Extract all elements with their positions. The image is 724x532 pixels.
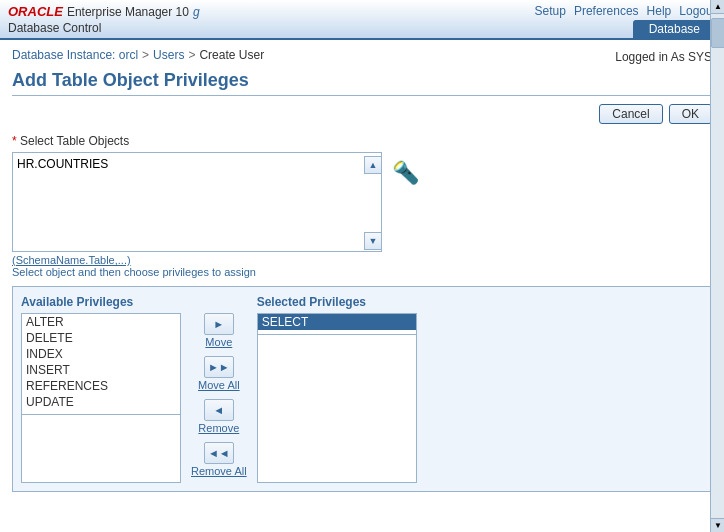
em-label: Enterprise Manager 10: [67, 5, 189, 19]
required-marker: *: [12, 134, 20, 148]
oracle-logo: ORACLE Enterprise Manager 10g: [8, 4, 200, 19]
breadcrumb-users[interactable]: Users: [153, 48, 184, 62]
remove-all-group: ◄◄ Remove All: [191, 442, 247, 477]
content-area: Database Instance: orcl > Users > Create…: [0, 40, 724, 500]
privileges-section: Available Privileges ALTER DELETE INDEX …: [12, 286, 712, 492]
priv-item-delete[interactable]: DELETE: [22, 330, 180, 346]
move-button[interactable]: ►: [204, 313, 234, 335]
remove-button[interactable]: ◄: [204, 399, 234, 421]
em-version: g: [193, 5, 200, 19]
select-label-text: Select Table Objects: [20, 134, 129, 148]
preferences-link[interactable]: Preferences: [574, 4, 639, 18]
move-all-group: ►► Move All: [198, 356, 240, 391]
help-link[interactable]: Help: [647, 4, 672, 18]
header: ORACLE Enterprise Manager 10g Database C…: [0, 0, 724, 40]
breadcrumb-sep2: >: [188, 48, 195, 62]
assign-hint: Select object and then choose privileges…: [12, 266, 712, 278]
available-privileges-panel: Available Privileges ALTER DELETE INDEX …: [21, 295, 181, 483]
remove-all-label[interactable]: Remove All: [191, 465, 247, 477]
selected-privileges-label: Selected Privileges: [257, 295, 417, 309]
ok-button[interactable]: OK: [669, 104, 712, 124]
priv-item-index[interactable]: INDEX: [22, 346, 180, 362]
cancel-button[interactable]: Cancel: [599, 104, 662, 124]
move-label[interactable]: Move: [205, 336, 232, 348]
breadcrumb: Database Instance: orcl > Users > Create…: [12, 48, 264, 62]
scrollbar[interactable]: ▲ ▼: [710, 0, 724, 532]
table-objects-container: ▲ ▼ 🔦: [12, 152, 712, 252]
scrollbar-down-arrow[interactable]: ▼: [711, 518, 724, 532]
remove-all-button[interactable]: ◄◄: [204, 442, 234, 464]
scroll-buttons: ▲ ▼: [364, 156, 382, 250]
selected-privileges-list[interactable]: SELECT: [257, 313, 417, 483]
move-all-label[interactable]: Move All: [198, 379, 240, 391]
scrollbar-thumb[interactable]: [711, 18, 724, 48]
db-control-label: Database Control: [8, 21, 200, 35]
breadcrumb-current: Create User: [199, 48, 264, 62]
priv-item-update[interactable]: UPDATE: [22, 394, 180, 410]
page-title: Add Table Object Privileges: [12, 70, 712, 96]
move-all-button[interactable]: ►►: [204, 356, 234, 378]
schema-hint[interactable]: (SchemaName.Table,...): [12, 254, 712, 266]
logo-area: ORACLE Enterprise Manager 10g Database C…: [8, 4, 200, 35]
remove-group: ◄ Remove: [198, 399, 239, 434]
flashlight-icon[interactable]: 🔦: [392, 160, 419, 186]
available-privileges-label: Available Privileges: [21, 295, 181, 309]
breadcrumb-db-instance[interactable]: Database Instance: orcl: [12, 48, 138, 62]
available-privileges-list[interactable]: ALTER DELETE INDEX INSERT REFERENCES UPD…: [21, 313, 181, 483]
priv-item-references[interactable]: REFERENCES: [22, 378, 180, 394]
table-objects-input[interactable]: [12, 152, 382, 252]
select-section: * Select Table Objects ▲ ▼ 🔦 (SchemaName…: [12, 134, 712, 278]
nav-links: Setup Preferences Help Logout: [535, 4, 716, 18]
oracle-logo-text: ORACLE: [8, 4, 63, 19]
priv-separator: [22, 414, 180, 432]
select-table-label: * Select Table Objects: [12, 134, 712, 148]
scroll-down-btn[interactable]: ▼: [364, 232, 382, 250]
database-tab[interactable]: Database: [633, 20, 716, 38]
priv-item-insert[interactable]: INSERT: [22, 362, 180, 378]
logged-in-label: Logged in As SYS: [615, 50, 712, 64]
breadcrumb-sep1: >: [142, 48, 149, 62]
page-wrapper: ORACLE Enterprise Manager 10g Database C…: [0, 0, 724, 532]
move-group: ► Move: [204, 313, 234, 348]
priv-item-alter[interactable]: ALTER: [22, 314, 180, 330]
scroll-up-btn[interactable]: ▲: [364, 156, 382, 174]
scrollbar-up-arrow[interactable]: ▲: [711, 0, 724, 14]
setup-link[interactable]: Setup: [535, 4, 566, 18]
selected-priv-item-select[interactable]: SELECT: [258, 314, 416, 330]
move-buttons: ► Move ►► Move All ◄ Remove ◄◄ Remove Al…: [181, 313, 257, 481]
remove-label[interactable]: Remove: [198, 422, 239, 434]
action-buttons: Cancel OK: [12, 104, 712, 124]
header-nav: Setup Preferences Help Logout Database: [535, 4, 716, 38]
selected-privileges-panel: Selected Privileges SELECT: [257, 295, 417, 483]
